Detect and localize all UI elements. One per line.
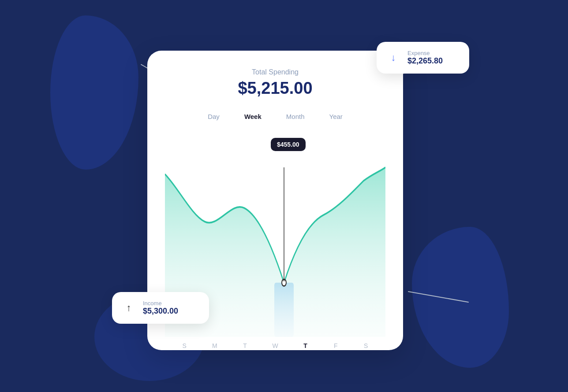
income-icon: ↑ xyxy=(121,300,137,316)
expense-label: Expense xyxy=(407,50,443,56)
down-arrow-icon: ↓ xyxy=(391,52,396,63)
day-t1: T xyxy=(230,342,260,349)
chart-highlight-bar xyxy=(274,283,294,337)
tab-year[interactable]: Year xyxy=(317,110,355,123)
period-tabs: Day Week Month Year xyxy=(165,110,385,123)
total-spending-label: Total Spending xyxy=(252,68,299,76)
income-card: ↑ Income $5,300.00 xyxy=(112,292,209,324)
income-info: Income $5,300.00 xyxy=(143,300,178,316)
day-f: F xyxy=(321,342,351,349)
day-w: W xyxy=(260,342,291,349)
income-value: $5,300.00 xyxy=(143,307,178,316)
chart-tooltip: $455.00 xyxy=(271,138,306,151)
expense-card: ↓ Expense $2,265.80 xyxy=(377,42,469,74)
up-arrow-icon: ↑ xyxy=(127,302,131,314)
total-spending-value: $5,215.00 xyxy=(238,79,312,98)
expense-icon: ↓ xyxy=(385,50,401,66)
tab-month[interactable]: Month xyxy=(274,110,317,123)
tab-day[interactable]: Day xyxy=(195,110,232,123)
day-m: M xyxy=(200,342,230,349)
day-s1: S xyxy=(169,342,200,349)
bg-blob-bottom-right xyxy=(412,227,509,368)
tooltip-value: $455.00 xyxy=(277,141,299,148)
expense-value: $2,265.80 xyxy=(407,56,443,66)
income-label: Income xyxy=(143,300,178,307)
bg-blob-top-left xyxy=(50,15,138,170)
expense-info: Expense $2,265.80 xyxy=(407,50,443,66)
day-t2: T xyxy=(290,342,321,349)
tab-week[interactable]: Week xyxy=(232,110,274,123)
day-labels: S M T W T F S xyxy=(165,342,385,349)
day-s2: S xyxy=(351,342,381,349)
